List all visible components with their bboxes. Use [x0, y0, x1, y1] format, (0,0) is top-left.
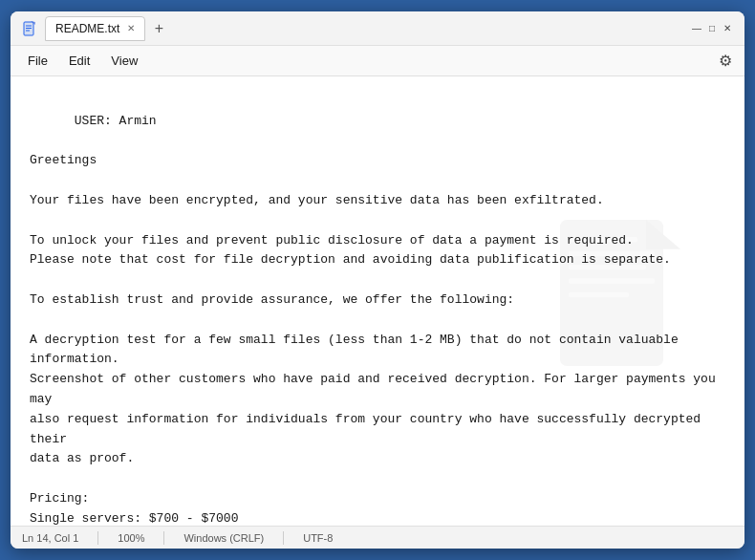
gear-icon: ⚙	[719, 52, 732, 70]
menu-items: File Edit View	[18, 50, 147, 72]
editor-content: USER: Armin Greetings Your files have be…	[30, 92, 725, 526]
tab-label: README.txt	[55, 22, 119, 35]
menu-file[interactable]: File	[18, 50, 57, 72]
menu-bar: File Edit View ⚙	[11, 46, 744, 76]
tab-bar: README.txt ✕ +	[45, 16, 170, 41]
tab-close-button[interactable]: ✕	[127, 24, 135, 33]
active-tab[interactable]: README.txt ✕	[45, 16, 145, 41]
notepad-window: README.txt ✕ + — □ ✕ File Edit View ⚙	[11, 11, 744, 549]
status-divider-1	[97, 531, 98, 545]
status-bar: Ln 14, Col 1 100% Windows (CRLF) UTF-8	[11, 526, 744, 549]
text-editor-area[interactable]: USER: Armin Greetings Your files have be…	[11, 76, 744, 526]
zoom-level: 100%	[118, 532, 144, 544]
title-bar: README.txt ✕ + — □ ✕	[11, 11, 744, 46]
encoding: UTF-8	[303, 532, 333, 544]
status-divider-3	[283, 531, 284, 545]
line-endings: Windows (CRLF)	[183, 532, 264, 544]
menu-view[interactable]: View	[101, 50, 147, 72]
new-tab-button[interactable]: +	[147, 17, 170, 40]
maximize-button[interactable]: □	[706, 23, 718, 34]
close-button[interactable]: ✕	[722, 23, 733, 34]
cursor-position: Ln 14, Col 1	[22, 532, 78, 544]
window-controls: — □ ✕	[691, 23, 733, 34]
menu-edit[interactable]: Edit	[59, 50, 99, 72]
notepad-icon	[22, 21, 37, 36]
settings-button[interactable]: ⚙	[714, 50, 737, 73]
document-text: USER: Armin Greetings Your files have be…	[30, 114, 723, 526]
status-divider-2	[163, 531, 164, 545]
minimize-button[interactable]: —	[691, 23, 702, 34]
